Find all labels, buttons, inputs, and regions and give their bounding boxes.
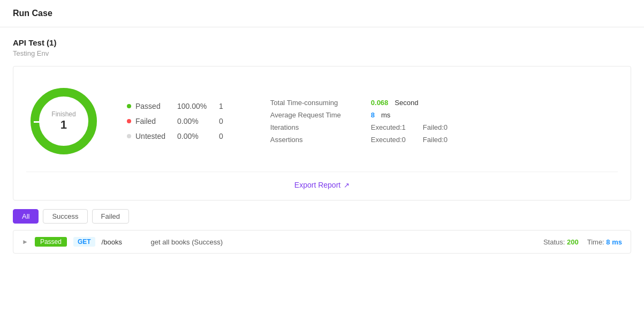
legend-item-failed: Failed 0.00% 0 — [127, 117, 223, 125]
passed-dot — [127, 104, 131, 108]
export-icon: ↗ — [344, 181, 350, 189]
chevron-right-icon[interactable]: ► — [22, 238, 28, 246]
avg-request-value: 8 — [371, 111, 375, 119]
iterations-label: Iterations — [270, 123, 367, 131]
page-title: Run Case — [13, 9, 52, 18]
time-label: Time: 8 ms — [587, 238, 622, 246]
description: get all books (Success) — [151, 238, 537, 246]
method-badge: GET — [73, 237, 95, 247]
legend-failed-pct: 0.00% — [177, 117, 215, 125]
iterations-executed: Executed:1 — [371, 123, 406, 131]
assertions-executed: Executed:0 — [371, 136, 406, 144]
legend-item-passed: Passed 100.00% 1 — [127, 102, 223, 110]
main-content: API Test (1) Testing Env Finished 1 — [0, 27, 644, 264]
page-header: Run Case — [0, 0, 644, 27]
test-name: API Test (1) — [13, 38, 631, 47]
export-label: Export Report — [294, 181, 340, 189]
avg-request-row: Average Request Time 8 ms — [270, 111, 448, 119]
status-label: Status: 200 — [543, 238, 579, 246]
iterations-row: Iterations Executed:1 Failed:0 — [270, 123, 448, 131]
export-report-button[interactable]: Export Report ↗ — [294, 181, 350, 189]
total-time-unit: Second — [395, 99, 418, 107]
donut-count: 1 — [51, 118, 75, 132]
total-time-label: Total Time-consuming — [270, 99, 367, 107]
avg-request-label: Average Request Time — [270, 111, 367, 119]
time-value: 8 ms — [606, 238, 622, 246]
legend-untested-name: Untested — [135, 132, 173, 140]
result-list: ► Passed GET /books get all books (Succe… — [13, 230, 631, 254]
svg-rect-2 — [34, 121, 42, 123]
endpoint: /books — [102, 238, 145, 246]
assertions-row: Assertions Executed:0 Failed:0 — [270, 136, 448, 144]
status-value: 200 — [567, 238, 579, 246]
test-env: Testing Env — [13, 49, 631, 57]
table-row: ► Passed GET /books get all books (Succe… — [13, 231, 631, 253]
filter-success-tab[interactable]: Success — [43, 209, 87, 224]
export-row: Export Report ↗ — [26, 172, 618, 189]
iterations-failed: Failed:0 — [423, 123, 448, 131]
filter-all-tab[interactable]: All — [13, 209, 39, 224]
legend-failed-count: 0 — [219, 117, 223, 125]
legend-passed-pct: 100.00% — [177, 102, 215, 110]
legend-item-untested: Untested 0.00% 0 — [127, 132, 223, 140]
legend-untested-count: 0 — [219, 132, 223, 140]
assertions-label: Assertions — [270, 136, 367, 144]
untested-dot — [127, 134, 131, 138]
avg-request-unit: ms — [381, 111, 390, 119]
donut-label: Finished — [51, 110, 75, 118]
filter-tabs: All Success Failed — [13, 209, 631, 224]
donut-chart: Finished 1 — [26, 84, 101, 159]
total-time-value: 0.068 — [371, 99, 389, 107]
total-time-row: Total Time-consuming 0.068 Second — [270, 99, 448, 107]
assertions-failed: Failed:0 — [423, 136, 448, 144]
passed-badge: Passed — [35, 237, 67, 247]
legend-failed-name: Failed — [135, 117, 173, 125]
result-card: Finished 1 Passed 100.00% 1 Failed 0.00%… — [13, 66, 631, 201]
legend-untested-pct: 0.00% — [177, 132, 215, 140]
legend-passed-count: 1 — [219, 102, 223, 110]
failed-dot — [127, 119, 131, 123]
legend-passed-name: Passed — [135, 102, 173, 110]
legend: Passed 100.00% 1 Failed 0.00% 0 Untested… — [127, 102, 223, 140]
row-meta: Status: 200 Time: 8 ms — [543, 238, 622, 246]
stats-section: Total Time-consuming 0.068 Second Averag… — [270, 99, 448, 144]
filter-failed-tab[interactable]: Failed — [92, 209, 129, 224]
